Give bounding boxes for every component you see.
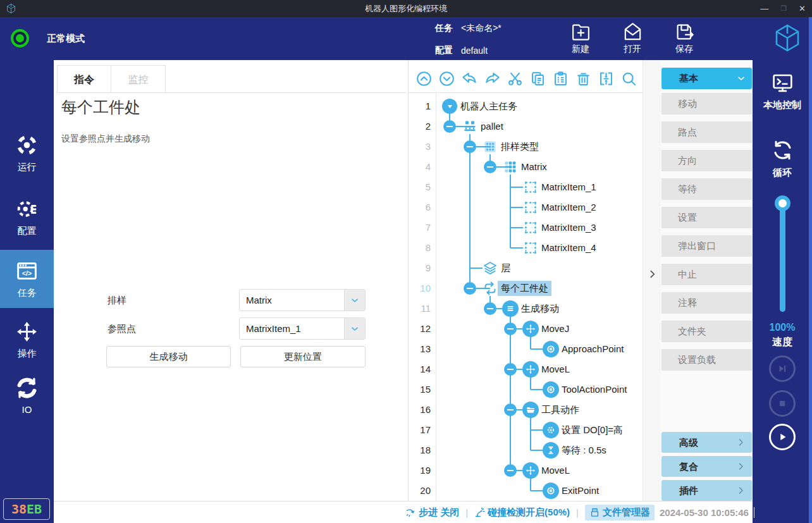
tree-connector [530, 378, 531, 390]
sidebar-item-operate[interactable]: 操作 [0, 312, 54, 367]
matrix-item-icon [523, 180, 538, 195]
palette-group[interactable]: 插件 [661, 480, 752, 501]
refpoint-field-row: 参照点 MatrixItem_1 [54, 317, 408, 340]
mode-indicator-icon[interactable] [11, 29, 29, 47]
row-number: 18 [409, 445, 431, 455]
tree-node-label[interactable]: 设置 DO[0]=高 [562, 422, 623, 438]
pattern-select[interactable]: Matrix [239, 289, 366, 311]
row-number: 20 [409, 485, 431, 496]
task-value: <未命名>* [461, 23, 501, 34]
palette-group[interactable]: 复合 [661, 456, 752, 477]
collapse-toggle[interactable] [504, 403, 517, 416]
minus-icon [467, 146, 473, 147]
sidebar-item-run[interactable]: 运行 [0, 125, 54, 181]
sidebar-item-task[interactable]: </> 任务 [0, 250, 54, 308]
tree-node-label[interactable]: MatrixItem_4 [541, 240, 596, 255]
tree-node-label[interactable]: MoveL [541, 463, 570, 478]
palette-item[interactable]: 方向 [661, 150, 752, 171]
tree-node-label[interactable]: 生成移动 [521, 301, 559, 316]
open-task-button[interactable]: 打开 [610, 21, 655, 55]
tree-node-label[interactable]: 每个工件处 [498, 281, 551, 296]
tree-node-label[interactable]: 排样类型 [501, 139, 539, 154]
row-number: 9 [409, 262, 431, 273]
palette-item[interactable]: 设置负载 [661, 349, 752, 371]
minus-icon [487, 308, 493, 309]
stop-button[interactable] [769, 390, 796, 417]
save-task-icon [674, 21, 696, 43]
collapse-toggle[interactable] [484, 302, 496, 315]
step-mode-status[interactable]: 步进 关闭 [419, 507, 459, 519]
tree-node-label[interactable]: MatrixItem_3 [541, 220, 596, 235]
palette-group-basic[interactable]: 基本 [661, 68, 752, 89]
tree-connector [530, 337, 531, 349]
play-button[interactable] [769, 424, 796, 450]
tree-connector [510, 175, 511, 248]
refpoint-select[interactable]: MatrixItem_1 [239, 317, 366, 340]
palette-items: 移动路点方向等待设置弹出窗口中止注释文件夹设置负载 [661, 93, 752, 378]
palette-item[interactable]: 路点 [661, 121, 752, 143]
statusbar: 步进 关闭 | 碰撞检测开启(50%) | 文件管理器 2024-05-30 1… [54, 501, 753, 523]
speed-slider-track[interactable] [780, 203, 785, 312]
palette-item[interactable]: 注释 [661, 292, 752, 314]
tree-node-label[interactable]: 机器人主任务 [460, 99, 517, 114]
collapse-toggle[interactable] [443, 120, 456, 133]
step-forward-button[interactable] [769, 355, 796, 382]
collision-status[interactable]: 碰撞检测开启(50%) [488, 507, 570, 519]
tree-node-label[interactable]: 等待 : 0.5s [562, 443, 606, 458]
triangle-down-icon [446, 102, 454, 111]
palette-collapse-strip[interactable] [643, 60, 661, 501]
tree-node-label[interactable]: MatrixItem_2 [541, 200, 596, 215]
save-task-button[interactable]: 保存 [661, 21, 707, 55]
tree-node-label[interactable]: ApproachPoint [562, 341, 624, 357]
palette-item[interactable]: 设置 [661, 207, 752, 228]
window-edge-scrollbar[interactable] [809, 17, 812, 523]
config-label: 配置 [435, 45, 453, 56]
collapse-chevron-icon[interactable] [647, 269, 658, 280]
update-position-button[interactable]: 更新位置 [240, 346, 366, 367]
cycle-button[interactable]: 循环 [753, 138, 812, 179]
minimize-button[interactable]: — [760, 4, 768, 13]
file-manager-button[interactable]: 文件管理器 [585, 505, 655, 520]
tree-node-label[interactable]: pallet [481, 119, 503, 134]
collapse-toggle[interactable] [484, 161, 496, 173]
palette-item[interactable]: 中止 [661, 264, 752, 285]
tree-node-label[interactable]: MoveJ [541, 321, 569, 336]
palette-item[interactable]: 等待 [661, 178, 752, 200]
chevron-down-icon [736, 73, 746, 83]
maximize-button[interactable]: ❐ [780, 4, 787, 13]
app-window: 机器人图形化编程环境 — ❐ ✕ 正常模式 任务 <未命名>* 配置 defau… [0, 0, 812, 523]
palette-item[interactable]: 弹出窗口 [661, 235, 752, 257]
collapse-toggle[interactable] [504, 464, 517, 477]
generate-move-button[interactable]: 生成移动 [106, 346, 231, 367]
task-label: 任务 [435, 23, 453, 34]
speed-slider-thumb[interactable] [775, 195, 790, 211]
tree-node-label[interactable]: 层 [501, 261, 510, 276]
collapse-toggle[interactable] [504, 323, 517, 335]
program-tree-panel: 1机器人主任务2pallet3排样类型4Matrix5MatrixItem_16… [408, 60, 643, 501]
point-circle-icon [543, 381, 559, 398]
tree-node-label[interactable]: 工具动作 [541, 402, 579, 417]
palette-group[interactable]: 高级 [661, 432, 752, 453]
tab-instruction[interactable]: 指令 [57, 65, 111, 92]
tree-node-label[interactable]: MoveL [541, 362, 570, 377]
skip-icon [775, 362, 789, 376]
tree-node-label[interactable]: ToolActionPoint [562, 382, 627, 397]
tree-connector [531, 429, 543, 431]
tab-monitor[interactable]: 监控 [111, 65, 166, 92]
close-button[interactable]: ✕ [799, 4, 806, 13]
tree-node-label[interactable]: ExitPoint [562, 483, 599, 498]
collapse-toggle[interactable] [464, 140, 476, 153]
collapse-toggle[interactable] [504, 363, 517, 376]
expander-toggle[interactable] [442, 99, 457, 114]
sidebar-item-config[interactable]: 配置 [0, 189, 54, 245]
palette-item[interactable]: 移动 [661, 93, 752, 114]
collapse-toggle[interactable] [464, 282, 476, 295]
new-task-button[interactable]: 新建 [558, 21, 603, 55]
palette-item[interactable]: 文件夹 [661, 321, 752, 342]
sidebar-item-io[interactable]: IO [0, 367, 54, 423]
tree-node-label[interactable]: MatrixItem_1 [541, 180, 596, 195]
minus-icon [487, 166, 493, 168]
tree-node-label[interactable]: Matrix [521, 159, 547, 175]
open-task-icon [622, 21, 644, 43]
local-control-button[interactable]: 本地控制 [753, 71, 812, 111]
